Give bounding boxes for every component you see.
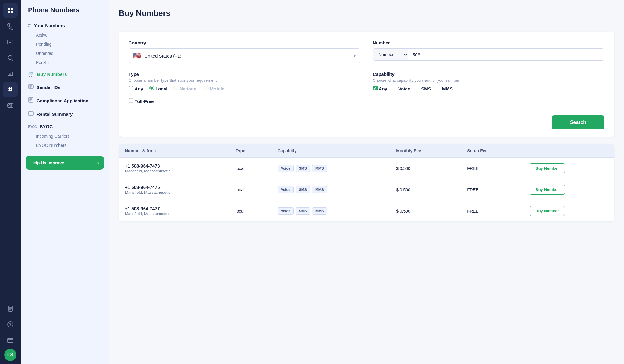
sidebar-sub-active[interactable]: Active	[21, 30, 109, 40]
results-tbody: +1 508-964-7473 Mansfield, Massachusetts…	[119, 158, 614, 222]
country-caret-icon: ▾	[353, 53, 356, 58]
sidebar-item-rental-summary[interactable]: Rental Summary	[21, 108, 109, 120]
nav-icon-grid[interactable]	[3, 3, 18, 18]
help-arrow-icon: ›	[97, 160, 99, 166]
byoc-icon: BYOC	[28, 125, 37, 129]
sidebar-item-byoc[interactable]: BYOC BYOC	[21, 122, 109, 132]
help-label: Help Us Improve	[30, 161, 64, 165]
sidebar-sub-pending[interactable]: Pending	[21, 40, 109, 49]
cell-number-0: +1 508-964-7473 Mansfield, Massachusetts	[119, 158, 229, 179]
search-button[interactable]: Search	[552, 115, 604, 129]
sidebar-sub-unrented[interactable]: Unrented	[21, 49, 109, 58]
capability-checkbox-row: Any Voice SMS MMS	[373, 86, 604, 94]
svg-rect-4	[8, 40, 13, 44]
svg-text:?: ?	[9, 323, 11, 327]
nav-icon-avatar[interactable]: LS	[4, 349, 16, 361]
cell-buy-1: Buy Number	[523, 179, 614, 200]
country-value: United States (+1)	[144, 53, 181, 58]
col-capability: Capabiity	[271, 144, 390, 158]
sidebar-sub-byoc-numbers[interactable]: BYOC Numbers	[21, 141, 109, 150]
nav-icon-search[interactable]	[3, 51, 18, 65]
type-national-radio	[173, 86, 178, 90]
col-setup-fee: Setup Fee	[461, 144, 523, 158]
type-local[interactable]: Local	[149, 86, 167, 91]
rental-icon	[28, 111, 34, 117]
number-input-row: Number Area Code Contains	[373, 48, 604, 61]
cap-voice-checkbox[interactable]	[392, 86, 397, 90]
badge-mms: MMS	[312, 186, 327, 193]
sidebar-section-rental-summary: Rental Summary	[21, 108, 109, 120]
sidebar: Phone Numbers # Your Numbers Active Pend…	[21, 0, 109, 364]
results-card: Number & Area Type Capabiity Monthly Fee…	[119, 144, 614, 222]
col-number-area: Number & Area	[119, 144, 229, 158]
cell-number-2: +1 508-964-7477 Mansfield, Massachusetts	[119, 200, 229, 222]
number-type-select[interactable]: Number Area Code Contains	[373, 49, 408, 60]
buy-number-button-1[interactable]: Buy Number	[530, 185, 565, 195]
sidebar-item-buy-numbers[interactable]: 🛒 Buy Numbers	[21, 69, 109, 80]
nav-icon-hash[interactable]	[3, 82, 18, 97]
type-local-radio[interactable]	[149, 86, 154, 90]
help-button[interactable]: Help Us Improve ›	[26, 156, 104, 170]
type-radio-row: Any Local National Mobile	[129, 86, 360, 94]
cell-setup-1: FREE	[461, 179, 523, 200]
id-icon	[28, 84, 34, 90]
divider	[119, 24, 614, 24]
sidebar-item-your-numbers[interactable]: # Your Numbers	[21, 20, 109, 30]
country-group: Country 🇺🇸 United States (+1) ▾	[129, 40, 360, 63]
type-any[interactable]: Any	[129, 86, 143, 91]
cap-any[interactable]: Any	[373, 86, 387, 91]
cell-capabilities-0: VoiceSMSMMS	[271, 158, 390, 179]
col-type: Type	[229, 144, 271, 158]
cap-sms[interactable]: SMS	[415, 86, 431, 91]
sidebar-sub-port-in[interactable]: Port-In	[21, 58, 109, 67]
type-national[interactable]: National	[173, 86, 197, 91]
cell-capabilities-1: VoiceSMSMMS	[271, 179, 390, 200]
cell-number-1: +1 508-964-7475 Mansfield, Massachusetts	[119, 179, 229, 200]
number-text-input[interactable]	[408, 49, 604, 60]
cap-voice[interactable]: Voice	[392, 86, 410, 91]
type-toll-free[interactable]: Toll-Free	[129, 98, 360, 104]
sidebar-item-sender-ids[interactable]: Sender IDs	[21, 81, 109, 93]
cap-sms-checkbox[interactable]	[415, 86, 420, 90]
sidebar-section-your-numbers: # Your Numbers Active Pending Unrented P…	[21, 20, 109, 67]
svg-text:SIP: SIP	[9, 73, 12, 75]
nav-icon-billing[interactable]	[3, 333, 18, 348]
sidebar-sub-incoming-carriers[interactable]: Incoming Carriers	[21, 132, 109, 141]
sidebar-section-buy-numbers: 🛒 Buy Numbers	[21, 69, 109, 80]
buy-number-button-0[interactable]: Buy Number	[530, 163, 565, 173]
nav-icon-id[interactable]	[3, 98, 18, 113]
badge-voice: Voice	[278, 165, 294, 172]
filter-row-2: Type Choose a number type that suits you…	[129, 72, 604, 107]
results-table: Number & Area Type Capabiity Monthly Fee…	[119, 144, 614, 222]
svg-rect-13	[8, 338, 13, 343]
cap-mms[interactable]: MMS	[436, 86, 453, 91]
cell-setup-0: FREE	[461, 158, 523, 179]
nav-icon-sip[interactable]: SIP	[3, 66, 18, 81]
cell-type-0: local	[229, 158, 271, 179]
country-select[interactable]: 🇺🇸 United States (+1) ▾	[129, 48, 360, 63]
buy-number-button-2[interactable]: Buy Number	[530, 206, 565, 216]
nav-icon-help[interactable]: ?	[3, 317, 18, 332]
nav-icon-message[interactable]	[3, 35, 18, 49]
type-tollfree-radio[interactable]	[129, 98, 133, 103]
cart-icon: 🛒	[28, 71, 34, 77]
sidebar-section-byoc: BYOC BYOC Incoming Carriers BYOC Numbers	[21, 122, 109, 150]
country-flag: 🇺🇸	[133, 52, 141, 60]
nav-icon-document[interactable]	[3, 301, 18, 316]
search-row: Search	[129, 115, 604, 129]
svg-rect-1	[11, 8, 13, 10]
badge-sms: SMS	[296, 165, 310, 172]
cell-monthly-0: $ 0.500	[390, 158, 461, 179]
cap-any-checkbox[interactable]	[373, 86, 378, 90]
type-any-radio[interactable]	[129, 86, 133, 90]
type-mobile[interactable]: Mobile	[204, 86, 225, 91]
type-label: Type	[129, 72, 360, 77]
sidebar-item-compliance[interactable]: Compliance Application	[21, 95, 109, 106]
svg-rect-3	[11, 11, 13, 13]
number-group: Number Number Area Code Contains	[373, 40, 604, 63]
nav-icon-phone[interactable]	[3, 19, 18, 34]
cap-mms-checkbox[interactable]	[436, 86, 441, 90]
type-sub-label: Choose a number type that suits your req…	[129, 78, 360, 83]
svg-rect-2	[8, 11, 10, 13]
capability-sub-label: Choose what capability you want for your…	[373, 78, 604, 83]
